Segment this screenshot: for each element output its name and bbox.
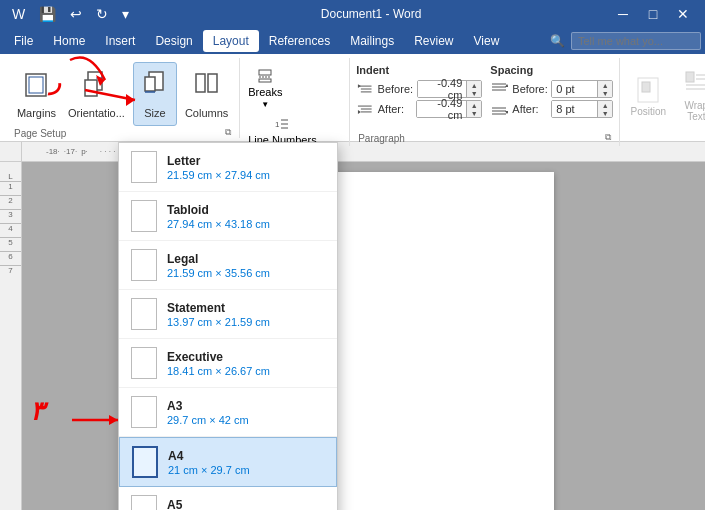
arrange-buttons: Position WrapText xyxy=(626,60,705,140)
position-label: Position xyxy=(631,106,667,117)
svg-rect-10 xyxy=(259,79,271,82)
ruler-left-l: L xyxy=(8,172,12,181)
menu-design[interactable]: Design xyxy=(145,30,202,52)
spacing-header: Spacing xyxy=(490,64,613,76)
menu-file[interactable]: File xyxy=(4,30,43,52)
ruler-v-3: 3 xyxy=(0,209,21,223)
menu-review[interactable]: Review xyxy=(404,30,463,52)
indent-after-spin-btns[interactable]: ▲ ▼ xyxy=(466,101,481,117)
indent-before-down[interactable]: ▼ xyxy=(467,89,481,97)
word-icon: W xyxy=(8,4,29,24)
paragraph-expand[interactable]: ⧉ xyxy=(605,132,611,143)
document-area: L 1 2 3 4 5 6 7 xyxy=(0,162,705,510)
spacing-after-spinner[interactable]: 8 pt ▲ ▼ xyxy=(551,100,613,118)
menu-insert[interactable]: Insert xyxy=(95,30,145,52)
vertical-ruler: L 1 2 3 4 5 6 7 xyxy=(0,162,22,510)
size-dims-4: 18.41 cm × 26.67 cm xyxy=(167,365,270,377)
menu-layout[interactable]: Layout xyxy=(203,30,259,52)
spacing-before-spin-btns[interactable]: ▲ ▼ xyxy=(597,81,612,97)
size-option-text-0: Letter21.59 cm × 27.94 cm xyxy=(167,154,270,181)
size-option-letter[interactable]: Letter21.59 cm × 27.94 cm xyxy=(119,143,337,192)
indent-before-spin-btns[interactable]: ▲ ▼ xyxy=(466,81,481,97)
close-button[interactable]: ✕ xyxy=(669,4,697,24)
size-option-statement[interactable]: Statement13.97 cm × 21.59 cm xyxy=(119,290,337,339)
size-option-executive[interactable]: Executive18.41 cm × 26.67 cm xyxy=(119,339,337,388)
spacing-before-up[interactable]: ▲ xyxy=(598,81,612,89)
indent-before-up[interactable]: ▲ xyxy=(467,81,481,89)
ruler-v-5: 5 xyxy=(0,237,21,251)
save-button[interactable]: 💾 xyxy=(35,4,60,24)
menu-view[interactable]: View xyxy=(464,30,510,52)
page-setup-expand[interactable]: ⧉ xyxy=(225,127,231,138)
spacing-before-down[interactable]: ▼ xyxy=(598,89,612,97)
page-icon-7 xyxy=(131,495,157,510)
size-name-0: Letter xyxy=(167,154,270,168)
indent-after-spinner[interactable]: -0.49 cm ▲ ▼ xyxy=(416,100,482,118)
title-bar-left: W 💾 ↩ ↻ ▾ xyxy=(8,4,133,24)
size-button[interactable]: Size xyxy=(133,62,177,126)
ruler-mark-17: ·17· xyxy=(62,147,79,156)
size-option-a3[interactable]: A329.7 cm × 42 cm xyxy=(119,388,337,437)
position-button[interactable]: Position xyxy=(626,64,670,128)
margins-button[interactable]: Margins xyxy=(13,62,60,126)
minimize-button[interactable]: ─ xyxy=(609,4,637,24)
page-icon-6 xyxy=(132,446,158,478)
indent-before-label: Before: xyxy=(378,83,413,95)
indent-before-spinner[interactable]: -0.49 cm ▲ ▼ xyxy=(417,80,483,98)
menu-mailings[interactable]: Mailings xyxy=(340,30,404,52)
wrap-text-label: WrapText xyxy=(684,100,705,122)
svg-rect-34 xyxy=(686,72,694,82)
menu-references[interactable]: References xyxy=(259,30,340,52)
size-option-tabloid[interactable]: Tabloid27.94 cm × 43.18 cm xyxy=(119,192,337,241)
indent-after-up[interactable]: ▲ xyxy=(467,101,481,109)
size-option-text-2: Legal21.59 cm × 35.56 cm xyxy=(167,252,270,279)
spacing-before-spinner[interactable]: 0 pt ▲ ▼ xyxy=(551,80,613,98)
page-setup-header: Page Setup ⧉ xyxy=(14,126,231,139)
size-option-text-3: Statement13.97 cm × 21.59 cm xyxy=(167,301,270,328)
maximize-button[interactable]: □ xyxy=(639,4,667,24)
spacing-group: Spacing Before: 0 pt ▲ ▼ xyxy=(490,64,613,118)
spacing-after-spin-btns[interactable]: ▲ ▼ xyxy=(597,101,612,117)
columns-icon xyxy=(193,70,221,105)
paragraph-group-header: Paragraph ⧉ xyxy=(356,131,613,144)
page-icon-5 xyxy=(131,396,157,428)
breaks-button[interactable]: Breaks ▼ xyxy=(246,66,284,111)
tell-me-input[interactable] xyxy=(571,32,701,50)
wrap-text-button[interactable]: WrapText xyxy=(674,64,705,128)
spacing-after-up[interactable]: ▲ xyxy=(598,101,612,109)
indent-after-down[interactable]: ▼ xyxy=(467,109,481,117)
size-option-a5[interactable]: A514.8 cm × 21 cm xyxy=(119,487,337,510)
orientation-button[interactable]: Orientatio... xyxy=(64,62,129,126)
undo-button[interactable]: ↩ xyxy=(66,4,86,24)
page-setup-buttons: Margins Orientatio... xyxy=(13,62,232,126)
size-dims-5: 29.7 cm × 42 cm xyxy=(167,414,249,426)
spacing-before-label: Before: xyxy=(512,83,547,95)
ruler-v-2: 2 xyxy=(0,195,21,209)
orientation-icon xyxy=(82,70,110,105)
page-setup-label: Page Setup xyxy=(14,128,66,139)
more-qat-button[interactable]: ▾ xyxy=(118,4,133,24)
size-label: Size xyxy=(144,107,165,119)
spacing-before-value: 0 pt xyxy=(552,81,597,97)
ribbon-group-arrange: Position WrapText xyxy=(620,58,705,146)
ribbon-group-paragraph: Indent Before: -0.49 cm ▲ ▼ xyxy=(350,58,620,146)
size-icon xyxy=(141,70,169,105)
size-option-legal[interactable]: Legal21.59 cm × 35.56 cm xyxy=(119,241,337,290)
columns-button[interactable]: Columns xyxy=(181,62,232,126)
redo-button[interactable]: ↻ xyxy=(92,4,112,24)
arrange-label xyxy=(626,140,705,144)
ruler-v-6: 6 xyxy=(0,251,21,265)
spacing-after-row: After: 8 pt ▲ ▼ xyxy=(490,100,613,118)
title-bar: W 💾 ↩ ↻ ▾ Document1 - Word ─ □ ✕ xyxy=(0,0,705,28)
svg-rect-7 xyxy=(208,74,217,92)
svg-rect-5 xyxy=(145,77,155,91)
spacing-before-row: Before: 0 pt ▲ ▼ xyxy=(490,80,613,98)
page-icon-2 xyxy=(131,249,157,281)
svg-text:1: 1 xyxy=(275,120,280,129)
spacing-after-value: 8 pt xyxy=(552,101,597,117)
size-dims-3: 13.97 cm × 21.59 cm xyxy=(167,316,270,328)
menu-home[interactable]: Home xyxy=(43,30,95,52)
spacing-after-down[interactable]: ▼ xyxy=(598,109,612,117)
size-option-a4[interactable]: A421 cm × 29.7 cm xyxy=(119,437,337,487)
svg-marker-19 xyxy=(358,84,361,88)
